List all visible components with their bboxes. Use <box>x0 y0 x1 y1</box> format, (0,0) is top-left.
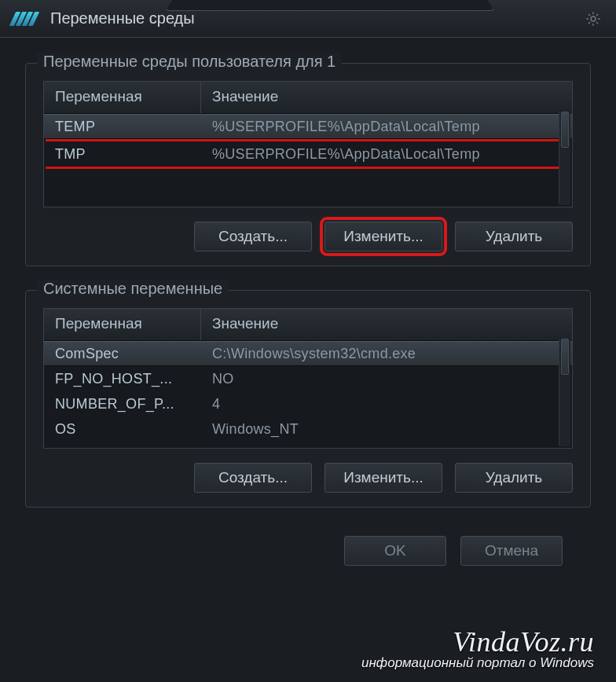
cell-value: 4 <box>201 393 572 416</box>
cancel-button[interactable]: Отмена <box>460 536 563 566</box>
dialog-content: Переменные среды пользователя для 1 Пере… <box>0 38 616 578</box>
edit-button[interactable]: Изменить... <box>324 463 442 493</box>
table-row[interactable]: TMP %USERPROFILE%\AppData\Local\Temp <box>44 141 572 167</box>
table-row[interactable]: OS Windows_NT <box>44 416 572 442</box>
delete-button[interactable]: Удалить <box>455 222 573 251</box>
system-vars-groupbox: Системные переменные Переменная Значение… <box>25 290 591 508</box>
cell-variable: FP_NO_HOST_... <box>44 368 201 390</box>
titlebar: Переменные среды <box>0 0 616 38</box>
user-vars-label: Переменные среды пользователя для 1 <box>37 53 342 71</box>
app-logo-icon <box>13 10 41 28</box>
watermark-tagline: информационный портал о Windows <box>361 655 594 671</box>
table-header: Переменная Значение <box>44 309 572 341</box>
vertical-scrollbar[interactable] <box>559 339 570 446</box>
watermark: VindaVoz.ru информационный портал о Wind… <box>361 625 594 671</box>
user-vars-table[interactable]: Переменная Значение TEMP %USERPROFILE%\A… <box>43 81 573 207</box>
cell-variable: ComSpec <box>44 343 201 365</box>
cell-variable: TEMP <box>44 116 201 138</box>
system-vars-table[interactable]: Переменная Значение ComSpec C:\Windows\s… <box>43 308 573 449</box>
cell-variable: NUMBER_OF_P... <box>44 393 201 416</box>
watermark-site: VindaVoz.ru <box>361 625 594 658</box>
cell-variable: OS <box>44 418 201 441</box>
edit-button[interactable]: Изменить... <box>324 222 442 251</box>
user-vars-groupbox: Переменные среды пользователя для 1 Пере… <box>25 63 591 266</box>
cell-value: NO <box>201 368 572 390</box>
cell-value: C:\Windows\system32\cmd.exe <box>201 343 572 365</box>
table-header: Переменная Значение <box>44 82 572 114</box>
dialog-buttons: OK Отмена <box>25 531 591 566</box>
cell-value: %USERPROFILE%\AppData\Local\Temp <box>201 143 572 166</box>
annotation-underline <box>46 167 570 169</box>
settings-icon[interactable] <box>585 10 602 28</box>
table-row[interactable]: ComSpec C:\Windows\system32\cmd.exe <box>44 341 572 366</box>
svg-point-0 <box>591 16 596 21</box>
delete-button[interactable]: Удалить <box>455 463 573 493</box>
col-header-variable[interactable]: Переменная <box>44 82 201 113</box>
col-header-value[interactable]: Значение <box>201 82 572 113</box>
table-row[interactable]: TEMP %USERPROFILE%\AppData\Local\Temp <box>44 114 572 139</box>
create-button[interactable]: Создать... <box>194 463 312 493</box>
system-vars-label: Системные переменные <box>37 280 229 298</box>
vertical-scrollbar[interactable] <box>559 112 570 205</box>
create-button[interactable]: Создать... <box>194 222 312 251</box>
col-header-value[interactable]: Значение <box>201 309 572 340</box>
col-header-variable[interactable]: Переменная <box>44 309 201 340</box>
cell-variable: TMP <box>44 143 201 166</box>
ok-button[interactable]: OK <box>344 536 446 566</box>
titlebar-notch <box>165 0 495 11</box>
cell-value: %USERPROFILE%\AppData\Local\Temp <box>201 116 572 138</box>
table-row[interactable]: FP_NO_HOST_... NO <box>44 366 572 391</box>
cell-value: Windows_NT <box>201 418 572 441</box>
window-title: Переменные среды <box>50 9 195 28</box>
table-row[interactable]: NUMBER_OF_P... 4 <box>44 391 572 416</box>
